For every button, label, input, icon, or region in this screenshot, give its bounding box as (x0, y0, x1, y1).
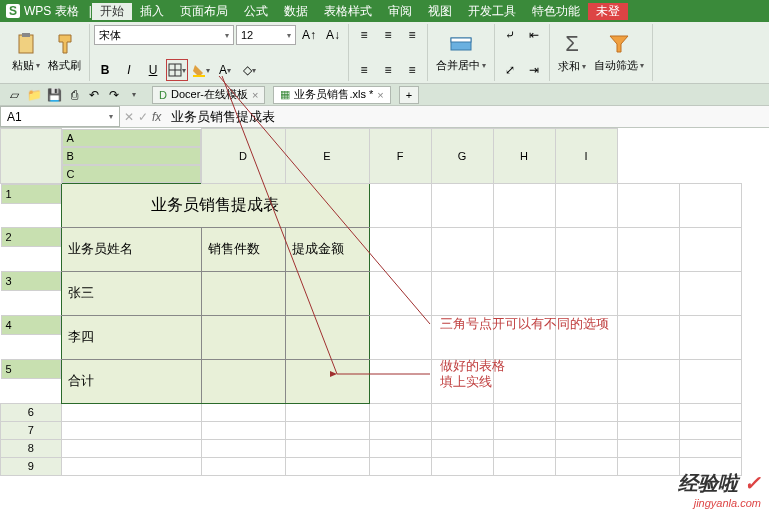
col-header-b[interactable]: B (62, 147, 201, 165)
col-header-g[interactable]: G (431, 129, 493, 184)
col-header-d[interactable]: D (201, 129, 285, 184)
font-select[interactable]: 宋体 ▾ (94, 25, 234, 45)
fx-icon[interactable]: fx (152, 110, 161, 124)
borders-button[interactable]: ▾ (166, 59, 188, 81)
indent-dec-button[interactable]: ⇤ (523, 24, 545, 46)
cell[interactable] (555, 315, 617, 359)
cell[interactable] (285, 403, 369, 421)
cell[interactable] (369, 439, 431, 457)
cell[interactable] (493, 183, 555, 227)
format-painter-button[interactable]: 格式刷 (44, 30, 85, 75)
orientation-button[interactable]: ⤢ (499, 59, 521, 81)
cell[interactable] (493, 359, 555, 403)
cell-a1[interactable]: 业务员销售提成表 (61, 183, 369, 227)
cell[interactable] (61, 421, 201, 439)
cell[interactable] (555, 183, 617, 227)
cell[interactable] (617, 359, 679, 403)
cell[interactable] (679, 271, 741, 315)
cell[interactable] (555, 227, 617, 271)
open-button[interactable]: 📁 (24, 86, 44, 104)
cell[interactable] (201, 421, 285, 439)
cell[interactable] (431, 421, 493, 439)
cell[interactable] (431, 271, 493, 315)
cell[interactable] (431, 227, 493, 271)
tab-login[interactable]: 未登 (588, 3, 628, 20)
cell[interactable] (679, 359, 741, 403)
col-header-h[interactable]: H (493, 129, 555, 184)
italic-button[interactable]: I (118, 59, 140, 81)
cell[interactable] (555, 271, 617, 315)
align-middle-button[interactable]: ≡ (377, 24, 399, 46)
row-header-1[interactable]: 1 (1, 184, 61, 204)
align-top-button[interactable]: ≡ (353, 24, 375, 46)
col-header-e[interactable]: E (285, 129, 369, 184)
cell[interactable] (369, 359, 431, 403)
redo-button[interactable]: ↷ (104, 86, 124, 104)
cell[interactable] (617, 183, 679, 227)
row-header-6[interactable]: 6 (1, 403, 62, 421)
formula-input[interactable]: 业务员销售提成表 (165, 106, 769, 127)
close-icon[interactable]: × (252, 89, 258, 101)
font-color-button[interactable]: A▾ (214, 59, 236, 81)
tab-tablestyle[interactable]: 表格样式 (316, 3, 380, 20)
col-header-i[interactable]: I (555, 129, 617, 184)
cell-c2[interactable]: 提成金额 (285, 227, 369, 271)
cell[interactable] (431, 183, 493, 227)
cell[interactable] (431, 439, 493, 457)
cell[interactable] (431, 315, 493, 359)
align-center-button[interactable]: ≡ (377, 59, 399, 81)
cell[interactable] (201, 457, 285, 475)
cell[interactable] (369, 271, 431, 315)
cell[interactable] (493, 457, 555, 475)
cell[interactable] (555, 421, 617, 439)
autofilter-button[interactable]: 自动筛选▾ (590, 30, 648, 75)
cell[interactable] (679, 315, 741, 359)
save-button[interactable]: 💾 (44, 86, 64, 104)
cell-c5[interactable] (285, 359, 369, 403)
cell[interactable] (369, 183, 431, 227)
select-all-corner[interactable] (1, 129, 62, 184)
clear-format-button[interactable]: ◇▾ (238, 59, 260, 81)
cell[interactable] (493, 421, 555, 439)
doc-tab-docer[interactable]: D Docer-在线模板 × (152, 86, 265, 104)
tab-view[interactable]: 视图 (420, 3, 460, 20)
row-header-2[interactable]: 2 (1, 227, 61, 247)
cell[interactable] (617, 439, 679, 457)
tab-formula[interactable]: 公式 (236, 3, 276, 20)
indent-inc-button[interactable]: ⇥ (523, 59, 545, 81)
col-header-a[interactable]: A (62, 129, 201, 147)
print-button[interactable]: ⎙ (64, 86, 84, 104)
tab-features[interactable]: 特色功能 (524, 3, 588, 20)
tab-start[interactable]: 开始 (92, 3, 132, 20)
bold-button[interactable]: B (94, 59, 116, 81)
cell-b5[interactable] (201, 359, 285, 403)
cell[interactable] (617, 271, 679, 315)
cell[interactable] (369, 227, 431, 271)
cell[interactable] (679, 227, 741, 271)
row-header-7[interactable]: 7 (1, 421, 62, 439)
cell[interactable] (61, 439, 201, 457)
tab-data[interactable]: 数据 (276, 3, 316, 20)
cell[interactable] (555, 439, 617, 457)
row-header-3[interactable]: 3 (1, 271, 61, 291)
cell[interactable] (369, 457, 431, 475)
cell[interactable] (285, 421, 369, 439)
cell[interactable] (617, 403, 679, 421)
align-right-button[interactable]: ≡ (401, 59, 423, 81)
cell-b3[interactable] (201, 271, 285, 315)
cell-a2[interactable]: 业务员姓名 (61, 227, 201, 271)
cell[interactable] (555, 359, 617, 403)
cell[interactable] (617, 315, 679, 359)
tab-insert[interactable]: 插入 (132, 3, 172, 20)
fill-color-button[interactable]: ▾ (190, 59, 212, 81)
cell[interactable] (369, 421, 431, 439)
row-header-4[interactable]: 4 (1, 315, 61, 335)
row-header-9[interactable]: 9 (1, 457, 62, 475)
close-icon[interactable]: × (377, 89, 383, 101)
cell[interactable] (679, 439, 741, 457)
cell[interactable] (493, 403, 555, 421)
cell[interactable] (431, 457, 493, 475)
cell[interactable] (61, 403, 201, 421)
accept-icon[interactable]: ✓ (138, 110, 148, 124)
row-header-5[interactable]: 5 (1, 359, 61, 379)
